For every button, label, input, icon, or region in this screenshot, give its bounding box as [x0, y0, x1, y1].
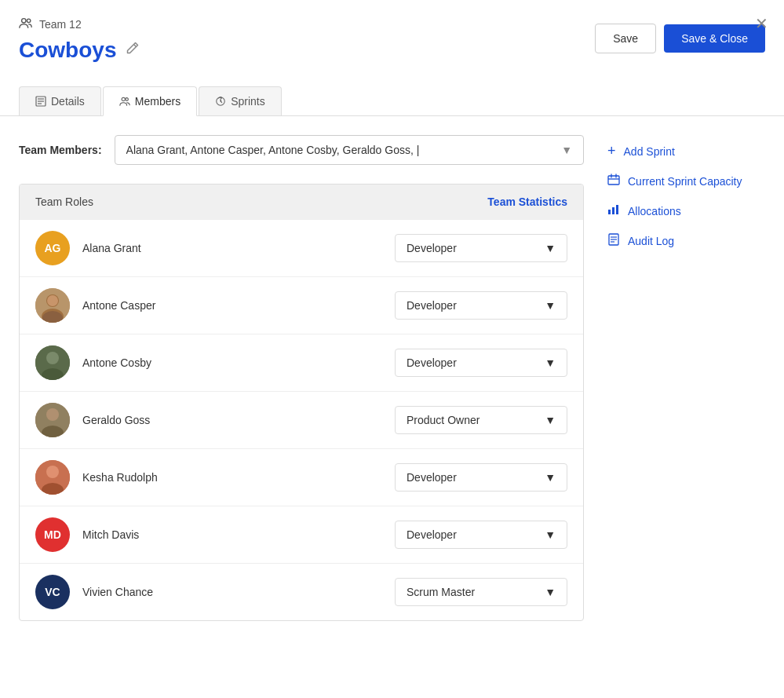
save-button[interactable]: Save [595, 24, 656, 53]
header-left: Team 12 Cowboys [19, 16, 140, 63]
tab-details[interactable]: Details [19, 86, 101, 115]
role-dropdown-arrow: ▼ [545, 586, 556, 598]
role-value: Developer [407, 356, 457, 369]
role-value: Developer [407, 242, 457, 254]
table-row: Antone Casper Developer ▼ [20, 276, 583, 334]
role-dropdown[interactable]: Developer ▼ [395, 349, 567, 377]
member-name: Alana Grant [82, 242, 382, 254]
sidebar-link-audit-log[interactable]: Audit Log [607, 233, 757, 249]
right-sidebar: + Add Sprint Current Sprint Capacity [584, 135, 757, 621]
table-row: Kesha Rudolph Developer ▼ [20, 448, 583, 506]
tabs: Details Members Sprints [19, 86, 765, 115]
svg-rect-28 [612, 207, 614, 214]
roles-table-header: Team Roles Team Statistics [20, 185, 583, 219]
roles-header-left: Team Roles [35, 196, 93, 208]
avatar [35, 460, 70, 495]
members-dropdown-arrow: ▼ [561, 144, 572, 156]
sidebar-link-add-sprint[interactable]: + Add Sprint [607, 143, 757, 159]
close-button[interactable]: ✕ [755, 14, 768, 33]
members-icon [119, 96, 130, 107]
member-name: Antone Casper [82, 299, 382, 312]
main-content: Team Members: Alana Grant, Antone Casper… [0, 116, 784, 640]
table-row: AG Alana Grant Developer ▼ [20, 219, 583, 276]
header-buttons: Save Save & Close [595, 16, 765, 53]
avatar-initials: AG [45, 242, 61, 254]
avatar-initials: MD [44, 528, 61, 541]
sidebar-link-current-sprint[interactable]: Current Sprint Capacity [607, 174, 757, 189]
avatar [35, 345, 70, 380]
members-dropdown-value: Alana Grant, Antone Casper, Antone Cosby… [126, 144, 556, 156]
edit-team-name-icon[interactable] [124, 41, 140, 60]
role-dropdown-arrow: ▼ [545, 528, 556, 541]
current-sprint-capacity-icon [607, 174, 620, 189]
details-icon [35, 96, 46, 107]
tab-members[interactable]: Members [103, 86, 197, 116]
role-dropdown-arrow: ▼ [545, 356, 556, 369]
avatar [35, 288, 70, 323]
role-dropdown-arrow: ▼ [545, 242, 556, 254]
role-dropdown-arrow: ▼ [545, 471, 556, 484]
avatar-photo [35, 403, 70, 437]
role-value: Developer [407, 471, 457, 484]
role-dropdown-arrow: ▼ [545, 414, 556, 426]
table-row: Geraldo Goss Product Owner ▼ [20, 391, 583, 448]
team-name: Cowboys [19, 38, 116, 63]
avatar: MD [35, 517, 70, 552]
team-icon [19, 16, 33, 33]
avatar: VC [35, 575, 70, 609]
role-dropdown[interactable]: Developer ▼ [395, 521, 567, 549]
svg-rect-27 [608, 210, 611, 214]
svg-rect-29 [616, 205, 618, 214]
audit-log-icon [607, 233, 620, 249]
member-name: Geraldo Goss [82, 414, 382, 426]
member-name: Mitch Davis [82, 528, 382, 541]
tab-sprints-label: Sprints [231, 95, 265, 108]
role-dropdown-arrow: ▼ [545, 299, 556, 312]
tab-details-label: Details [51, 95, 85, 108]
save-close-button[interactable]: Save & Close [664, 24, 765, 53]
avatar-photo [35, 288, 70, 323]
left-panel: Team Members: Alana Grant, Antone Casper… [19, 135, 584, 621]
sidebar-link-label: Current Sprint Capacity [628, 175, 742, 188]
tab-members-label: Members [135, 95, 181, 108]
role-dropdown[interactable]: Product Owner ▼ [395, 406, 567, 434]
member-name: Vivien Chance [82, 586, 382, 598]
team-members-row: Team Members: Alana Grant, Antone Casper… [19, 135, 584, 165]
allocations-icon [607, 203, 620, 219]
tab-sprints[interactable]: Sprints [199, 86, 282, 115]
role-value: Product Owner [407, 414, 480, 426]
svg-point-0 [22, 19, 26, 23]
svg-point-15 [46, 352, 59, 364]
avatar-photo [35, 345, 70, 380]
role-dropdown[interactable]: Developer ▼ [395, 291, 567, 320]
sidebar-link-label: Add Sprint [624, 145, 675, 158]
sidebar-link-allocations[interactable]: Allocations [607, 203, 757, 219]
table-row: VC Vivien Chance Scrum Master ▼ [20, 563, 583, 620]
avatar-photo [35, 460, 70, 495]
table-row: Antone Cosby Developer ▼ [20, 334, 583, 391]
svg-point-21 [46, 466, 59, 478]
team-label: Team 12 [19, 16, 140, 33]
member-name: Antone Cosby [82, 356, 382, 369]
sidebar-link-label: Allocations [628, 205, 681, 217]
role-dropdown[interactable]: Scrum Master ▼ [395, 578, 567, 606]
role-dropdown[interactable]: Developer ▼ [395, 234, 567, 262]
team-statistics-link[interactable]: Team Statistics [487, 196, 567, 208]
role-dropdown[interactable]: Developer ▼ [395, 463, 567, 492]
members-dropdown[interactable]: Alana Grant, Antone Casper, Antone Cosby… [115, 135, 584, 165]
roles-table: Team Roles Team Statistics AG Alana Gran… [19, 184, 584, 621]
sidebar-link-label: Audit Log [628, 235, 674, 247]
role-value: Developer [407, 528, 457, 541]
svg-point-1 [27, 19, 31, 23]
svg-point-6 [122, 97, 125, 100]
page-header: Team 12 Cowboys Save Save & Close [0, 0, 784, 63]
svg-point-7 [126, 98, 129, 101]
avatar: AG [35, 231, 70, 265]
svg-point-12 [47, 295, 58, 306]
avatar-initials: VC [45, 586, 60, 598]
svg-rect-23 [608, 176, 619, 185]
avatar [35, 403, 70, 437]
sprints-icon [215, 96, 226, 107]
team-name-heading: Cowboys [19, 38, 140, 63]
team-members-label: Team Members: [19, 144, 102, 156]
